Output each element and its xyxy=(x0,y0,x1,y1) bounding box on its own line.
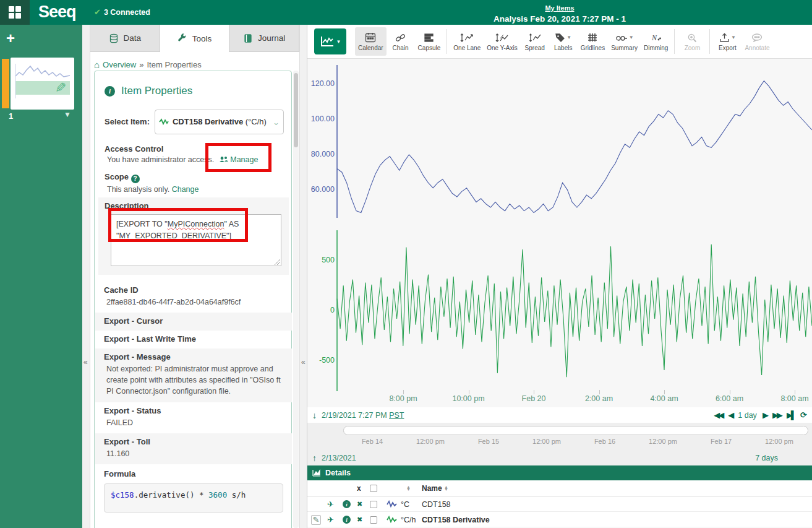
labels-icon: ▼ xyxy=(555,32,571,43)
add-worksheet-button[interactable]: + xyxy=(6,31,15,46)
x-axis-tick-label: 8:00 am xyxy=(780,394,808,403)
property-label: Export - Cursor xyxy=(104,316,283,326)
manage-access-link[interactable]: Manage xyxy=(230,155,258,164)
collapse-panel-left-handle[interactable]: « xyxy=(82,25,90,528)
analysis-title: Analysis Feb 20, 2021 7:27 PM - 1 xyxy=(307,14,812,24)
worksheet-number: 1 xyxy=(9,111,13,121)
gridlines-button[interactable]: Gridlines xyxy=(578,27,608,56)
select-item-label: Select Item: xyxy=(105,110,150,126)
apps-grid-button[interactable] xyxy=(0,0,30,25)
x-axis-tick xyxy=(730,390,730,394)
item-name[interactable]: CDT158 xyxy=(422,496,451,512)
dimming-button[interactable]: NDimming xyxy=(641,27,671,56)
remove-column-header[interactable]: x xyxy=(357,480,361,496)
edit-worksheet-icon[interactable]: ✎ xyxy=(52,82,68,93)
property-row: Export - MessageNot exported: PI adminis… xyxy=(95,348,292,402)
y-axis-tick-label: 120.00 xyxy=(307,79,335,88)
signal-icon xyxy=(387,512,397,527)
my-items-link[interactable]: My Items xyxy=(545,4,574,12)
description-textarea[interactable]: [EXPORT TO "MyPIConnection" AS "MY_EXPOR… xyxy=(111,214,281,266)
capsule-button[interactable]: Capsule xyxy=(415,27,444,56)
details-panel-header[interactable]: Details xyxy=(307,465,812,480)
tab-tools[interactable]: Tools xyxy=(160,25,230,52)
sort-icon[interactable]: ▲▼ xyxy=(444,486,448,491)
toolbar-separator xyxy=(447,29,447,54)
item-name[interactable]: CDT158 Derivative xyxy=(422,512,490,527)
row-checkbox[interactable] xyxy=(370,501,377,508)
one-y-axis-icon xyxy=(495,32,509,43)
send-icon[interactable]: ✈ xyxy=(327,515,334,524)
formula-code[interactable]: $c158.derivative() * 3600 s/h xyxy=(104,483,283,513)
timezone-link[interactable]: PST xyxy=(389,411,404,420)
help-icon[interactable]: ? xyxy=(131,175,140,183)
spread-button[interactable]: Spread xyxy=(521,27,549,56)
summary-button[interactable]: ▼Summary xyxy=(608,27,641,56)
remove-icon[interactable]: ✖ xyxy=(357,516,362,524)
calendar-button[interactable]: Calendar xyxy=(355,27,387,56)
info-icon[interactable]: i xyxy=(343,500,351,508)
step-back-button[interactable]: ◀ xyxy=(728,410,732,420)
name-column-header[interactable]: Name ▲▼ xyxy=(422,480,448,496)
one-y-axis-button[interactable]: One Y-Axis xyxy=(484,27,520,56)
signal-icon xyxy=(159,118,169,126)
breadcrumb-overview-link[interactable]: Overview xyxy=(103,60,136,69)
item-select-dropdown[interactable]: CDT158 Derivative (°C/h) ⌄ xyxy=(155,110,284,134)
x-axis-tick xyxy=(664,390,665,394)
investigate-timeline: Feb 1412:00 pmFeb 1512:00 pmFeb 1612:00 … xyxy=(307,423,812,451)
step-forward-much-button[interactable]: ▶▶ xyxy=(772,410,781,420)
y-axis-tick-label: 100.00 xyxy=(307,115,335,123)
tab-data[interactable]: Data xyxy=(90,25,160,52)
investigate-range-duration: 7 days xyxy=(755,454,778,462)
details-chart-icon xyxy=(312,469,321,477)
one-lane-button[interactable]: One Lane xyxy=(450,27,484,56)
step-forward-button[interactable]: ▶ xyxy=(763,410,767,420)
trend-chart-icon xyxy=(320,35,335,48)
remove-icon[interactable]: ✖ xyxy=(357,500,362,508)
resize-handle[interactable] xyxy=(275,259,280,265)
timeline-tick-label: 12:00 pm xyxy=(518,438,576,445)
check-icon: ✔ xyxy=(94,7,101,17)
step-to-end-button[interactable]: ▶▌ xyxy=(787,410,795,420)
breadcrumb: ⌂ Overview » Item Properties xyxy=(94,59,202,70)
investigate-range-start: 2/13/2021 xyxy=(322,454,356,462)
chain-button[interactable]: Chain xyxy=(387,27,415,56)
select-all-checkbox[interactable] xyxy=(370,485,377,492)
timeline-labels: Feb 1412:00 pmFeb 1512:00 pmFeb 1612:00 … xyxy=(343,438,808,445)
edit-icon[interactable]: ✎ xyxy=(311,515,321,525)
export-icon: ▼ xyxy=(719,32,736,43)
description-label: Description xyxy=(105,201,283,210)
trend-view-button[interactable]: ▼ xyxy=(314,28,346,54)
unit-of-measure: °C/h xyxy=(401,512,416,527)
toolbar-separator xyxy=(674,29,675,54)
change-scope-link[interactable]: Change xyxy=(172,185,199,194)
connected-status[interactable]: ✔ 3 Connected xyxy=(94,7,150,17)
panel-scrollbar[interactable] xyxy=(293,71,299,528)
send-icon[interactable]: ✈ xyxy=(327,500,334,509)
auto-update-icon[interactable]: ⟳ xyxy=(800,410,807,420)
y-axis-tick-label: -500 xyxy=(307,356,335,365)
tools-panel: DataToolsJournal ⌂ Overview » Item Prope… xyxy=(90,25,299,528)
collapse-panel-right-handle[interactable]: « xyxy=(299,25,307,528)
labels-button[interactable]: ▼Labels xyxy=(549,27,578,56)
details-row[interactable]: ✎✈ i ✖ °C/h CDT158 Derivative xyxy=(307,512,812,527)
range-duration[interactable]: 1 day xyxy=(738,411,757,420)
unit-of-measure: °C xyxy=(401,496,409,512)
y-axis-tick-label: 80.000 xyxy=(307,150,335,158)
row-checkbox[interactable] xyxy=(370,516,377,524)
sort-icon[interactable]: ▲▼ xyxy=(406,486,411,491)
property-row: Export - Toll11.160 xyxy=(95,433,292,464)
timeline-tick-label: 12:00 pm xyxy=(401,438,459,445)
step-back-much-button[interactable]: ◀◀ xyxy=(714,410,722,420)
export-button[interactable]: ▼Export xyxy=(713,27,741,56)
timeline-range-bar[interactable] xyxy=(343,426,808,435)
y-axis-tick-label: 500 xyxy=(307,256,335,264)
timeline-tick-label: Feb 14 xyxy=(343,438,401,445)
home-icon[interactable]: ⌂ xyxy=(94,59,100,70)
trend-chart-region[interactable]: 120.00100.0080.00060.0005000-500 8:00 pm… xyxy=(307,59,812,407)
property-row: Cache ID2ffae881-db46-44f7-ab2d-04a64af9… xyxy=(95,282,292,313)
details-row[interactable]: ✈ i ✖ °C CDT158 xyxy=(307,496,812,512)
tab-journal[interactable]: Journal xyxy=(229,25,299,52)
chevron-down-icon[interactable]: ▼ xyxy=(64,110,71,119)
info-icon[interactable]: i xyxy=(343,516,351,524)
details-table-header: x ▲▼ Name ▲▼ xyxy=(307,480,812,496)
